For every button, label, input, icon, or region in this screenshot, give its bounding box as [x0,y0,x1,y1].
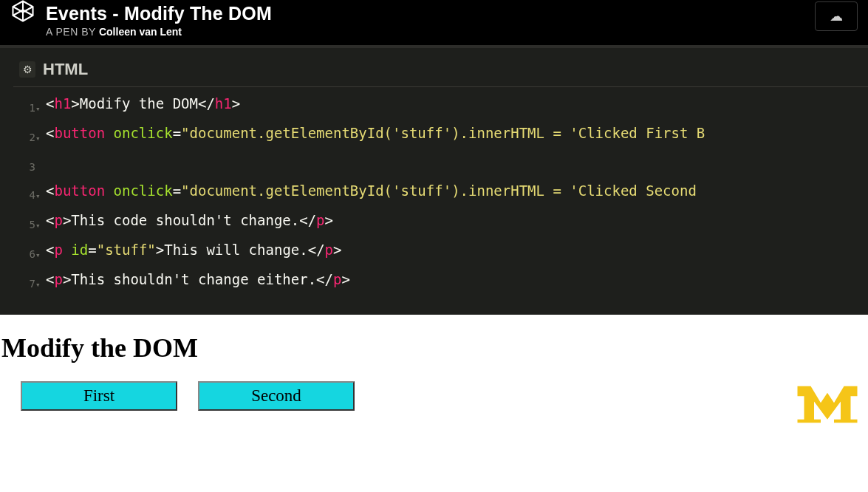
fold-gutter-icon[interactable] [35,151,46,157]
codepen-header: Events - Modify The DOM A PEN BY Colleen… [0,0,868,45]
pen-author[interactable]: Colleen van Lent [99,26,182,38]
preview-button-row: First Second [0,381,868,411]
code-line[interactable]: 6▾<p id="stuff">This will change.</p> [18,238,868,267]
preview-heading: Modify the DOM [0,332,868,363]
code-line[interactable]: 7▾<p>This shouldn't change either.</p> [18,267,868,297]
fold-gutter-icon[interactable]: ▾ [35,121,46,151]
fold-gutter-icon[interactable]: ▾ [35,208,46,238]
line-number: 2 [18,121,35,149]
fold-gutter-icon[interactable]: ▾ [35,92,46,121]
gear-icon: ⚙ [23,64,33,75]
code-content[interactable]: <button onclick="document.getElementById… [46,121,705,145]
code-content[interactable]: <p>This shouldn't change either.</p> [46,267,350,291]
editor-panel-header: ⚙ HTML [13,57,868,87]
logo-title-group: Events - Modify The DOM A PEN BY Colleen… [10,3,272,38]
fold-gutter-icon[interactable]: ▾ [35,267,46,297]
line-number: 5 [18,208,35,236]
cloud-icon: ☁ [830,8,843,24]
code-content[interactable]: <p id="stuff">This will change.</p> [46,238,342,262]
pen-byline: A PEN BY Colleen van Lent [46,26,272,38]
editor-language-label: HTML [43,60,88,79]
first-button[interactable]: First [21,381,177,411]
code-editor[interactable]: 1▾<h1>Modify the DOM</h1>2▾<button oncli… [13,92,868,297]
code-line[interactable]: 3 [18,151,868,179]
code-line[interactable]: 5▾<p>This code shouldn't change.</p> [18,208,868,238]
codepen-logo-icon [10,0,35,22]
pen-by-prefix: A PEN BY [46,26,99,38]
fold-gutter-icon[interactable]: ▾ [35,238,46,267]
line-number: 7 [18,267,35,295]
michigan-logo-icon [794,383,861,426]
code-content[interactable]: <button onclick="document.getElementById… [46,179,705,202]
editor-settings-button[interactable]: ⚙ [19,61,35,78]
code-line[interactable]: 2▾<button onclick="document.getElementBy… [18,121,868,151]
save-to-cloud-button[interactable]: ☁ [815,1,858,31]
code-line[interactable]: 4▾<button onclick="document.getElementBy… [18,179,868,208]
code-line[interactable]: 1▾<h1>Modify the DOM</h1> [18,92,868,121]
title-block: Events - Modify The DOM A PEN BY Colleen… [46,3,272,38]
code-content[interactable]: <p>This code shouldn't change.</p> [46,208,333,232]
page-title: Events - Modify The DOM [46,3,272,24]
preview-pane: Modify the DOM First Second [0,315,868,428]
fold-gutter-icon[interactable]: ▾ [35,179,46,208]
line-number: 6 [18,238,35,266]
line-number: 1 [18,92,35,120]
html-editor-panel: ⚙ HTML 1▾<h1>Modify the DOM</h1>2▾<butto… [0,45,868,315]
code-content[interactable]: <h1>Modify the DOM</h1> [46,92,240,115]
line-number: 3 [18,151,35,179]
line-number: 4 [18,179,35,207]
second-button[interactable]: Second [198,381,355,411]
